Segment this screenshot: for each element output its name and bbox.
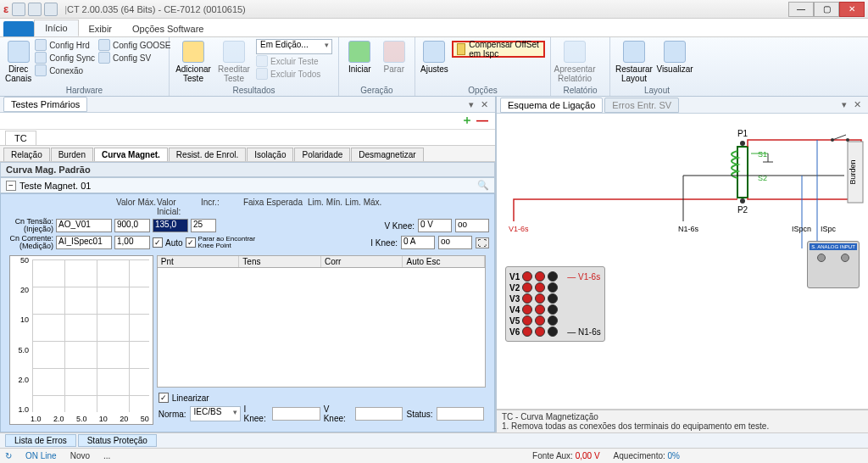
subtab-curva-magnet[interactable]: Curva Magnet. bbox=[94, 148, 168, 161]
adicionar-teste-button[interactable]: Adicionar Teste bbox=[175, 39, 212, 83]
svg-text:N1-6s: N1-6s bbox=[678, 225, 699, 233]
search-icon[interactable]: 🔍 bbox=[477, 180, 489, 191]
testes-primarios-tab[interactable]: Testes Primários bbox=[3, 97, 87, 112]
svg-point-3 bbox=[740, 198, 745, 204]
group-relatorio-label: Relatório bbox=[551, 86, 609, 95]
reeditar-teste-button[interactable]: Reeditar Teste bbox=[215, 39, 253, 83]
cn-tensao-label: Cn Tensão: (Injeção) bbox=[6, 218, 53, 233]
add-test-icon-button[interactable]: ＋ bbox=[461, 113, 473, 128]
novo-status: Novo bbox=[70, 451, 90, 460]
apresentar-relatorio-button[interactable]: Apresentar Relatório bbox=[556, 39, 593, 83]
subtab-desmag[interactable]: Desmagnetizar bbox=[351, 148, 423, 161]
group-opcoes-label: Opções bbox=[415, 86, 550, 95]
magnet-chart: 5020105.02.01.0 1.02.05.0102050 bbox=[9, 255, 153, 425]
compensar-offset-button[interactable]: Compensar OffSet em Ispc bbox=[452, 41, 545, 58]
direc-canais-button[interactable]: Direc Canais bbox=[5, 39, 31, 83]
config-hrd-button[interactable]: Config Hrd bbox=[35, 39, 95, 51]
layout-restore-icon bbox=[623, 41, 645, 63]
iknee-min-input[interactable]: 0 A bbox=[401, 236, 435, 249]
subtab-isolacao[interactable]: Isolação bbox=[247, 148, 293, 161]
window-title: CT 2.00.035 (64 Bits) - CE-7012 (0010615… bbox=[67, 4, 788, 14]
app-logo-icon: ε bbox=[3, 3, 8, 15]
visualizar-button[interactable]: Visualizar bbox=[656, 39, 693, 74]
svg-point-17 bbox=[831, 138, 834, 142]
delete-icon bbox=[256, 55, 268, 67]
config-sync-button[interactable]: Config Sync bbox=[35, 52, 95, 64]
test-item-row[interactable]: − Teste Magnet. 01 🔍 bbox=[0, 177, 495, 193]
goose-icon bbox=[98, 39, 110, 51]
qat-open-icon[interactable] bbox=[12, 3, 25, 16]
close-panel-icon[interactable]: ✕ bbox=[481, 99, 488, 110]
qat-save-icon[interactable] bbox=[28, 3, 42, 16]
cn-corrente-select[interactable]: AI_ISpec01 bbox=[56, 236, 112, 249]
refresh-icon[interactable]: ↻ bbox=[5, 451, 12, 460]
tensao-ini-input[interactable]: 135,0 bbox=[153, 219, 188, 232]
erros-sv-tab[interactable]: Erros Entr. SV bbox=[604, 98, 679, 113]
vknee-max-input[interactable]: oo bbox=[455, 219, 489, 232]
report-icon bbox=[564, 41, 586, 63]
tab-opcoes-software[interactable]: Opções Software bbox=[122, 21, 214, 36]
config-goose-button[interactable]: Config GOOSE bbox=[98, 39, 170, 51]
esquema-tab[interactable]: Esquema de Ligação bbox=[500, 98, 603, 113]
lista-erros-tab[interactable]: Lista de Erros bbox=[5, 434, 76, 447]
status-result bbox=[437, 407, 484, 421]
minimize-button[interactable]: — bbox=[788, 2, 814, 17]
tensao-max-input[interactable]: 900,0 bbox=[114, 219, 150, 232]
svg-rect-2 bbox=[737, 147, 748, 198]
svg-point-18 bbox=[846, 138, 849, 142]
excluir-teste-button[interactable]: Excluir Teste bbox=[256, 55, 332, 67]
remove-test-icon-button[interactable]: — bbox=[476, 114, 488, 127]
tab-exibir[interactable]: Exibir bbox=[79, 21, 123, 36]
offset-icon bbox=[457, 43, 465, 55]
parar-knee-checkbox[interactable]: ✓ bbox=[186, 237, 196, 248]
vknee-min-input[interactable]: 0 V bbox=[418, 219, 452, 232]
qat-more-icon[interactable] bbox=[44, 3, 58, 16]
subtab-polaridade[interactable]: Polaridade bbox=[294, 148, 350, 161]
status-bar: ↻ ON Line Novo ... Fonte Aux: 0,00 V Aqu… bbox=[0, 448, 868, 463]
title-bar: ε | CT 2.00.035 (64 Bits) - CE-7012 (001… bbox=[0, 0, 868, 19]
group-hardware-label: Hardware bbox=[0, 86, 169, 95]
estado-combo[interactable]: Em Edição... bbox=[256, 39, 332, 54]
cn-tensao-select[interactable]: AO_V01 bbox=[56, 219, 112, 232]
corr-max-input[interactable]: 1,00 bbox=[114, 236, 150, 249]
linearizar-checkbox[interactable]: ✓ bbox=[159, 393, 169, 403]
ajustes-button[interactable]: Ajustes bbox=[420, 39, 448, 74]
config-sv-button[interactable]: Config SV bbox=[98, 52, 170, 64]
tc-tab[interactable]: TC bbox=[5, 131, 36, 145]
stop-icon bbox=[383, 41, 405, 63]
restaurar-layout-button[interactable]: Restaurar Layout bbox=[615, 39, 653, 83]
tab-arquivo[interactable] bbox=[3, 21, 34, 36]
collapse-icon[interactable]: − bbox=[6, 181, 16, 191]
conexao-button[interactable]: Conexão bbox=[35, 64, 95, 76]
iknee-max-input[interactable]: oo bbox=[438, 236, 472, 249]
maximize-button[interactable]: ▢ bbox=[814, 2, 839, 17]
norma-select[interactable]: IEC/BS bbox=[190, 406, 241, 421]
ajustes-icon bbox=[423, 41, 445, 63]
svg-line-16 bbox=[832, 135, 846, 140]
iniciar-button[interactable]: Iniciar bbox=[344, 39, 376, 74]
subtab-resist[interactable]: Resist. de Enrol. bbox=[169, 148, 246, 161]
channels-icon bbox=[8, 41, 30, 63]
excluir-todos-button[interactable]: Excluir Todos bbox=[256, 68, 332, 80]
right-close-icon[interactable]: ✕ bbox=[854, 99, 861, 110]
svg-text:S1: S1 bbox=[758, 150, 767, 159]
voltage-ports: V1— V1-6sV2V3V4V5V6— N1-6s bbox=[505, 266, 605, 342]
right-pin-icon[interactable]: ▾ bbox=[842, 99, 847, 110]
tab-inicio[interactable]: Início bbox=[34, 20, 78, 36]
vknee-result bbox=[355, 407, 403, 421]
params-panel: Valor Máx. Valor Inicial: Incr.: Faixa E… bbox=[0, 193, 495, 432]
status-protecao-tab[interactable]: Status Proteção bbox=[78, 434, 157, 447]
subtab-burden[interactable]: Burden bbox=[51, 148, 93, 161]
expand-icon[interactable]: ⛶ bbox=[476, 237, 489, 248]
connection-diagram: P1 P2 S1 S2 V1-6s N1-6s bbox=[497, 114, 868, 410]
svg-point-1 bbox=[740, 141, 745, 146]
cn-corrente-label: Cn Corrente: (Medição) bbox=[6, 235, 53, 250]
svg-text:P2: P2 bbox=[737, 205, 748, 215]
close-button[interactable]: ✕ bbox=[839, 2, 865, 17]
subtab-relacao[interactable]: Relação bbox=[3, 148, 50, 161]
pin-icon[interactable]: ▾ bbox=[469, 99, 474, 110]
auto-checkbox[interactable]: ✓ bbox=[153, 237, 163, 248]
tensao-incr-input[interactable]: 25 bbox=[191, 219, 216, 232]
curva-section-title: Curva Mag. Padrão bbox=[0, 162, 495, 177]
parar-button[interactable]: Parar bbox=[379, 39, 410, 74]
